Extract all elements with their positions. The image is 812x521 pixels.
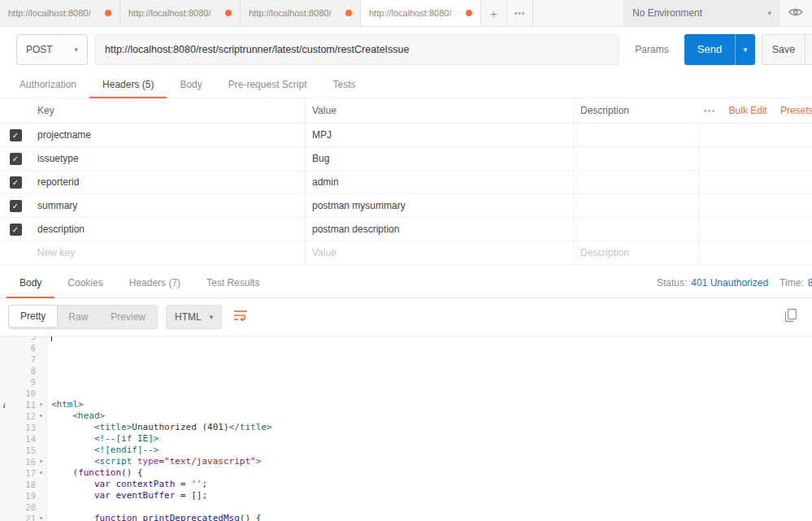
response-body-viewer[interactable]: 5678910i11▾<html>12▾ <head>13 <title>Una… (0, 336, 812, 521)
fold-arrow-icon[interactable]: ▾ (36, 513, 46, 521)
tab-pre-request-script[interactable]: Pre-request Script (215, 72, 320, 98)
view-mode-preview[interactable]: Preview (99, 306, 157, 328)
tab-headers-5[interactable]: Headers (5) (89, 72, 167, 98)
format-selected-label: HTML (175, 311, 202, 323)
row-extra-cell (699, 218, 812, 241)
line-content[interactable] (47, 342, 51, 354)
header-value-cell[interactable]: postman mysummary (305, 194, 573, 217)
line-content[interactable]: var contextPath = ''; (47, 479, 207, 490)
line-content[interactable]: <script type="text/javascript"> (47, 456, 261, 467)
response-tab-headers-7[interactable]: Headers (7) (116, 268, 193, 298)
request-tab[interactable]: http://localhost:8080/ (120, 0, 241, 26)
row-enabled-checkbox[interactable]: ✓ (10, 200, 22, 212)
header-description-cell[interactable] (573, 194, 699, 217)
new-key-input[interactable]: New key (31, 241, 305, 264)
copy-icon (784, 308, 797, 326)
view-mode-pretty[interactable]: Pretty (8, 305, 58, 328)
bulk-edit-button[interactable]: Bulk Edit (729, 105, 767, 116)
line-gutter: 6 (0, 342, 47, 354)
line-content[interactable] (47, 501, 51, 513)
more-options-icon[interactable]: ••• (704, 106, 716, 115)
header-description-cell[interactable] (573, 218, 699, 241)
tab-tests[interactable]: Tests (319, 72, 368, 98)
header-value-cell[interactable]: MPJ (305, 124, 573, 146)
response-tab-test-results[interactable]: Test Results (193, 268, 272, 298)
response-tab-body[interactable]: Body (7, 268, 54, 298)
header-key-cell[interactable]: projectname (31, 124, 305, 146)
fold-arrow-icon[interactable]: ▾ (36, 456, 46, 467)
tab-overflow-menu-button[interactable]: ••• (507, 0, 533, 26)
code-token: <!--[if IE]> (94, 433, 158, 444)
code-line: 18 var contextPath = ''; (0, 479, 812, 490)
row-enabled-checkbox[interactable]: ✓ (10, 224, 22, 236)
header-value-cell[interactable]: admin (305, 171, 573, 193)
presets-button[interactable]: Presets (780, 105, 812, 116)
code-line: 10 (0, 388, 812, 399)
header-key-cell[interactable]: reporterid (31, 171, 305, 193)
header-description-cell[interactable] (573, 147, 699, 170)
response-tab-cookies[interactable]: Cookies (54, 268, 115, 298)
line-content[interactable] (47, 365, 51, 376)
header-description-cell[interactable] (573, 124, 699, 146)
response-toolbar: PrettyRawPreview HTML ▾ (0, 298, 812, 336)
header-key-cell[interactable]: summary (31, 194, 305, 217)
line-content[interactable] (47, 388, 51, 399)
line-content[interactable]: <title>Unauthorized (401)</title> (47, 422, 272, 433)
environment-select[interactable]: No Environment ▾ (623, 0, 779, 26)
environment-preview-button[interactable] (779, 0, 812, 26)
send-button[interactable]: Send (684, 34, 735, 65)
line-number: 8 (31, 365, 36, 376)
header-value-cell[interactable]: postman description (305, 218, 573, 241)
save-button[interactable]: Save (762, 35, 805, 64)
chevron-down-icon: ▾ (744, 46, 748, 54)
header-key-cell[interactable]: description (31, 218, 305, 241)
line-content[interactable]: <head> (47, 410, 105, 422)
row-extra-cell (699, 241, 812, 264)
params-button[interactable]: Params (619, 44, 684, 55)
new-description-input[interactable]: Description (573, 241, 699, 264)
line-content[interactable]: <html> (47, 399, 84, 410)
request-tab[interactable]: http://localhost:8080/ (241, 0, 361, 26)
new-tab-button[interactable]: + (481, 0, 507, 26)
fold-arrow-icon[interactable]: ▾ (36, 399, 46, 410)
row-enabled-checkbox[interactable]: ✓ (10, 153, 22, 165)
header-key-cell[interactable]: issuetype (31, 147, 305, 170)
line-content[interactable]: function printDeprecatedMsg() { (47, 513, 261, 521)
new-value-input[interactable]: Value (305, 241, 573, 264)
line-number: 11 (25, 399, 36, 410)
code-token: "text/javascript" (164, 456, 256, 467)
line-content[interactable] (47, 354, 51, 365)
tab-body[interactable]: Body (167, 72, 215, 98)
line-content[interactable]: var eventBuffer = []; (47, 490, 207, 501)
request-tab[interactable]: http://localhost:8080/ (0, 0, 120, 26)
save-options-button[interactable]: ▾ (805, 35, 812, 64)
tab-authorization[interactable]: Authorization (7, 72, 89, 98)
header-description-cell[interactable] (573, 171, 699, 193)
line-gutter: 13 (0, 422, 47, 433)
method-label: POST (26, 44, 53, 55)
copy-response-button[interactable] (784, 308, 797, 326)
request-tab[interactable]: http://localhost:8080/ (361, 0, 481, 26)
code-line: 8 (0, 365, 812, 376)
view-mode-raw[interactable]: Raw (57, 306, 99, 328)
line-content[interactable]: (function() { (47, 467, 143, 479)
row-enabled-checkbox[interactable]: ✓ (10, 129, 22, 141)
line-content[interactable]: <!--[if IE]> (47, 433, 158, 445)
fold-arrow-icon[interactable]: ▾ (36, 410, 46, 422)
chevron-down-icon: ▾ (74, 46, 78, 54)
code-token (51, 479, 94, 489)
line-content[interactable] (47, 376, 51, 388)
method-select[interactable]: POST ▾ (16, 34, 88, 65)
code-line: 9 (0, 376, 812, 388)
row-enabled-checkbox[interactable]: ✓ (10, 176, 22, 189)
format-select[interactable]: HTML ▾ (166, 305, 222, 329)
url-input[interactable] (94, 34, 619, 65)
wrap-text-button[interactable] (233, 310, 248, 324)
header-value-cell[interactable]: Bug (305, 147, 573, 170)
fold-arrow-icon[interactable]: ▾ (36, 467, 46, 479)
line-content[interactable]: <![endif]--> (47, 445, 158, 456)
table-row: ✓reporteridadmin (0, 171, 812, 194)
checkbox-column-header (0, 98, 31, 123)
send-options-button[interactable]: ▾ (735, 34, 755, 65)
line-content[interactable] (47, 336, 52, 342)
